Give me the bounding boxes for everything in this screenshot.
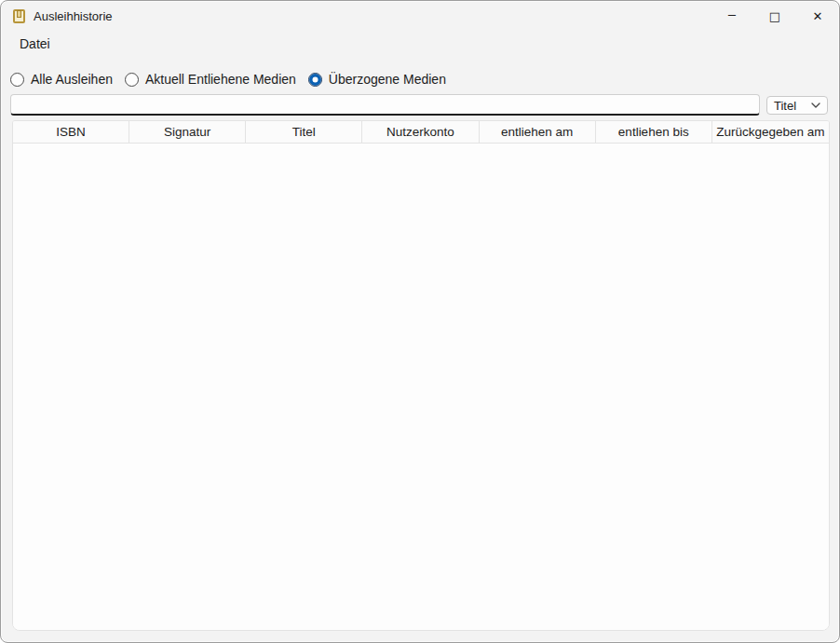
table-body-empty <box>13 144 829 630</box>
radio-checked-icon <box>308 73 322 87</box>
column-header-signatur[interactable]: Signatur <box>129 121 246 143</box>
titlebar: Ausleihhistorie ─ □ ✕ <box>1 1 839 31</box>
dropdown-selected-value: Titel <box>774 99 796 113</box>
app-window: Ausleihhistorie ─ □ ✕ Datei Alle Ausleih… <box>0 0 840 643</box>
loans-table: ISBN Signatur Titel Nutzerkonto entliehe… <box>12 120 830 631</box>
maximize-button[interactable]: □ <box>753 1 796 31</box>
radio-label: Aktuell Entliehene Medien <box>145 72 296 87</box>
radio-alle-ausleihen[interactable]: Alle Ausleihen <box>10 72 113 87</box>
radio-unchecked-icon <box>125 73 139 87</box>
column-header-entliehen-am[interactable]: entliehen am <box>480 121 596 143</box>
column-header-nutzerkonto[interactable]: Nutzerkonto <box>362 121 479 143</box>
radio-aktuell-entliehene-medien[interactable]: Aktuell Entliehene Medien <box>125 72 296 87</box>
window-controls: ─ □ ✕ <box>711 1 839 31</box>
chevron-down-icon <box>811 103 820 108</box>
minimize-icon: ─ <box>728 8 736 22</box>
search-field-dropdown[interactable]: Titel <box>766 96 828 115</box>
close-icon: ✕ <box>813 9 823 23</box>
window-title: Ausleihhistorie <box>34 9 113 23</box>
close-button[interactable]: ✕ <box>796 1 839 31</box>
book-app-icon <box>13 9 25 23</box>
maximize-icon: □ <box>769 9 780 23</box>
column-header-isbn[interactable]: ISBN <box>13 121 129 143</box>
column-header-zurueckgegeben-am[interactable]: Zurückgegeben am <box>712 121 829 143</box>
search-input[interactable] <box>10 94 760 116</box>
radio-unchecked-icon <box>10 73 24 87</box>
table-header-row: ISBN Signatur Titel Nutzerkonto entliehe… <box>13 121 829 144</box>
menu-item-datei[interactable]: Datei <box>18 34 52 53</box>
radio-label: Alle Ausleihen <box>31 72 113 87</box>
menu-bar: Datei <box>1 32 52 56</box>
filter-radio-group: Alle Ausleihen Aktuell Entliehene Medien… <box>10 70 458 89</box>
column-header-entliehen-bis[interactable]: entliehen bis <box>596 121 712 143</box>
column-header-titel[interactable]: Titel <box>246 121 362 143</box>
minimize-button[interactable]: ─ <box>711 1 753 31</box>
bookmark-tab-icon <box>17 10 21 18</box>
radio-ueberzogene-medien[interactable]: Überzogene Medien <box>308 72 446 87</box>
radio-label: Überzogene Medien <box>329 72 446 87</box>
